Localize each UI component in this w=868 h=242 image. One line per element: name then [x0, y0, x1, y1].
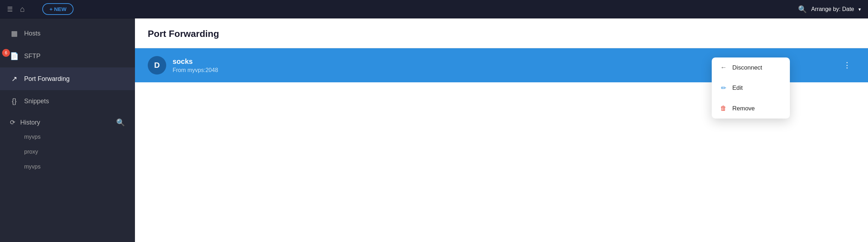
new-button[interactable]: + NEW: [42, 3, 74, 15]
sidebar: ▦ Hosts 6 📄 SFTP ↗ Port Forwarding {} Sn…: [0, 18, 135, 242]
disconnect-label: Disconnect: [732, 64, 762, 71]
context-menu: ← Disconnect ✏ Edit 🗑 Remove: [712, 57, 790, 119]
sidebar-item-label: Snippets: [24, 98, 125, 105]
main-layout: ▦ Hosts 6 📄 SFTP ↗ Port Forwarding {} Sn…: [0, 18, 868, 242]
disconnect-icon: ←: [720, 64, 727, 71]
content-area: Port Forwarding D socks From myvps:2048 …: [135, 18, 868, 242]
hamburger-icon[interactable]: ☰: [7, 5, 13, 13]
edit-icon: ✏: [720, 84, 727, 92]
sidebar-item-hosts[interactable]: ▦ Hosts: [0, 22, 135, 45]
history-label[interactable]: ⟳ History: [10, 119, 40, 126]
remove-icon: 🗑: [720, 105, 727, 112]
topbar-right: 🔍 Arrange by: Date ▾: [798, 5, 861, 13]
remove-label: Remove: [732, 105, 755, 112]
sidebar-item-label: SFTP: [24, 53, 125, 60]
sidebar-section-history: ⟳ History 🔍: [0, 112, 135, 130]
history-text: History: [20, 119, 40, 126]
history-icon: ⟳: [10, 119, 15, 126]
more-options-button[interactable]: ⋮: [840, 59, 855, 72]
sftp-icon: 📄: [10, 52, 18, 60]
context-menu-remove[interactable]: 🗑 Remove: [712, 98, 790, 119]
port-forwarding-icon: ↗: [10, 75, 18, 83]
avatar: D: [148, 56, 166, 75]
history-search-icon[interactable]: 🔍: [116, 118, 125, 127]
chevron-down-icon[interactable]: ▾: [858, 6, 861, 12]
history-sub-items: myvps proxy myvps: [0, 130, 135, 174]
search-icon-top[interactable]: 🔍: [798, 5, 807, 13]
history-sub-item[interactable]: myvps: [0, 159, 135, 174]
sftp-badge: 6: [2, 49, 10, 57]
arrange-label[interactable]: Arrange by: Date: [811, 6, 854, 12]
sidebar-item-snippets[interactable]: {} Snippets: [0, 90, 135, 112]
snippets-icon: {}: [10, 97, 18, 105]
history-sub-item[interactable]: myvps: [0, 130, 135, 144]
sidebar-item-label: Hosts: [24, 30, 125, 37]
sidebar-item-port-forwarding[interactable]: ↗ Port Forwarding: [0, 67, 135, 90]
sidebar-item-label: Port Forwarding: [24, 75, 125, 83]
content-header: Port Forwarding: [135, 18, 868, 48]
sidebar-item-sftp[interactable]: 6 📄 SFTP: [0, 45, 135, 67]
topbar-left: ☰ ⌂ + NEW: [7, 3, 74, 15]
topbar: ☰ ⌂ + NEW 🔍 Arrange by: Date ▾: [0, 0, 868, 18]
edit-label: Edit: [732, 84, 743, 92]
history-sub-item[interactable]: proxy: [0, 144, 135, 159]
context-menu-disconnect[interactable]: ← Disconnect: [712, 57, 790, 78]
hosts-icon: ▦: [10, 29, 18, 38]
home-icon[interactable]: ⌂: [20, 5, 25, 14]
page-title: Port Forwarding: [148, 28, 219, 39]
context-menu-edit[interactable]: ✏ Edit: [712, 78, 790, 98]
